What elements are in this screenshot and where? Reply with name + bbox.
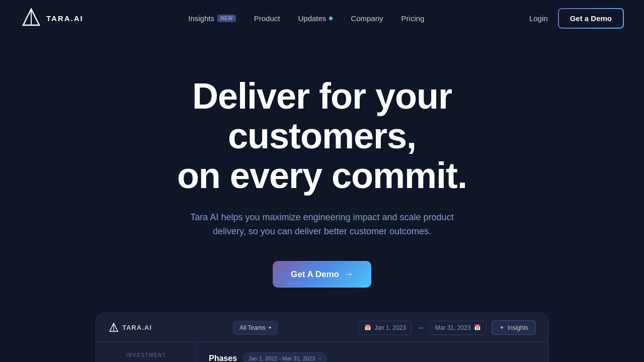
navbar: TARA.AI Insights NEW Product Updates Com… xyxy=(0,0,644,36)
date-to-label: Mar 31, 2023 xyxy=(435,324,471,331)
get-demo-label: Get A Demo xyxy=(291,269,339,280)
dash-center: All Teams ▾ xyxy=(233,321,278,335)
brand-name: TARA.AI xyxy=(46,14,84,23)
date-to-pill[interactable]: Mar 31, 2023 📅 xyxy=(430,321,487,335)
all-teams-dropdown[interactable]: All Teams ▾ xyxy=(233,321,278,335)
dash-main: Phases Jan 1, 2022 - Mar 31, 2023 × xyxy=(197,342,548,362)
nav-item-updates[interactable]: Updates xyxy=(291,10,340,27)
hero-subtext: Tara AI helps you maximize engineering i… xyxy=(181,210,463,239)
calendar-icon: 📅 xyxy=(364,324,371,331)
phase-filter-label: Jan 1, 2022 - Mar 31, 2023 xyxy=(249,355,315,361)
dash-content: INVESTMENT Investment Phases Jan 1, 2022… xyxy=(96,342,548,362)
logo-icon xyxy=(20,7,42,29)
phase-filter-tag[interactable]: Jan 1, 2022 - Mar 31, 2023 × xyxy=(243,352,327,362)
nav-company-label: Company xyxy=(351,14,383,23)
dash-top-bar: TARA.AI All Teams ▾ 📅 Jan 1, 2023 → Mar … xyxy=(96,313,548,342)
dash-logo-icon xyxy=(108,322,119,333)
nav-pricing-label: Pricing xyxy=(401,14,425,23)
all-teams-label: All Teams xyxy=(239,324,266,331)
nav-right: Login Get a Demo xyxy=(529,8,624,29)
calendar-icon-right: 📅 xyxy=(474,324,481,331)
hero-section: Deliver for your customers, on every com… xyxy=(0,36,644,362)
hero-headline: Deliver for your customers, on every com… xyxy=(96,76,548,196)
nav-insights-badge: NEW xyxy=(217,15,236,22)
insights-button-label: Insights xyxy=(508,324,528,331)
dash-sidebar: INVESTMENT Investment xyxy=(96,342,197,362)
login-link[interactable]: Login xyxy=(529,14,548,23)
nav-links: Insights NEW Product Updates Company Pri… xyxy=(181,10,431,27)
dash-right: 📅 Jan 1, 2023 → Mar 31, 2023 📅 ✦ Insight… xyxy=(359,320,536,335)
nav-item-company[interactable]: Company xyxy=(344,10,390,27)
dropdown-chevron: ▾ xyxy=(269,325,271,330)
phase-filter-close[interactable]: × xyxy=(318,355,321,362)
nav-product-label: Product xyxy=(254,14,280,23)
insights-star-icon: ✦ xyxy=(499,324,505,331)
phases-header: Phases Jan 1, 2022 - Mar 31, 2023 × xyxy=(209,352,536,362)
get-demo-button-hero[interactable]: Get A Demo → xyxy=(273,261,371,288)
get-demo-button-nav[interactable]: Get a Demo xyxy=(558,8,624,29)
logo: TARA.AI xyxy=(20,7,84,29)
dash-logo: TARA.AI xyxy=(108,322,152,333)
date-from-pill[interactable]: 📅 Jan 1, 2023 xyxy=(359,321,412,335)
dash-brand-name: TARA.AI xyxy=(122,324,152,331)
insights-button[interactable]: ✦ Insights xyxy=(492,320,536,335)
nav-item-product[interactable]: Product xyxy=(247,10,287,27)
sidebar-section-label: INVESTMENT xyxy=(104,352,188,358)
date-range-arrow: → xyxy=(417,323,425,332)
nav-updates-dot xyxy=(329,17,333,20)
hero-headline-line1: Deliver for your customers, xyxy=(192,76,452,156)
hero-headline-line2: on every commit. xyxy=(177,155,467,196)
phases-title: Phases xyxy=(209,354,237,362)
nav-insights-label: Insights xyxy=(188,14,214,23)
arrow-icon: → xyxy=(344,269,353,280)
date-from-label: Jan 1, 2023 xyxy=(374,324,406,331)
nav-item-pricing[interactable]: Pricing xyxy=(394,10,432,27)
nav-updates-label: Updates xyxy=(298,14,326,23)
nav-item-insights[interactable]: Insights NEW xyxy=(181,10,243,27)
dashboard-preview: TARA.AI All Teams ▾ 📅 Jan 1, 2023 → Mar … xyxy=(96,313,548,362)
